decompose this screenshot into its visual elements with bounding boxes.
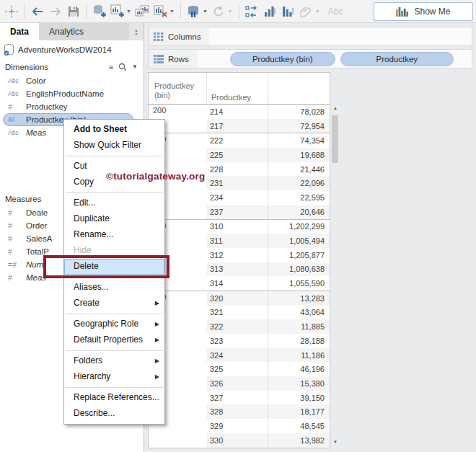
rows-icon: [154, 55, 164, 63]
watermark: ©tutorialgateway.org: [106, 171, 205, 182]
swap-rows-columns-button[interactable]: [244, 1, 260, 22]
field-color[interactable]: AbcColor: [3, 74, 133, 87]
field-productkey[interactable]: #Productkey: [3, 100, 133, 113]
field-label: Meas: [26, 128, 46, 137]
sort-ascending-button[interactable]: [262, 1, 278, 22]
productkey-cell: 330: [206, 436, 268, 445]
menu-separator: [66, 156, 163, 156]
group-members-button: [298, 1, 314, 22]
toolbar-separator: [24, 4, 25, 19]
value-cell: 1,205,877: [268, 251, 330, 260]
table-row: 32546,196: [206, 362, 330, 376]
menu-item-describe[interactable]: Describe...: [64, 406, 164, 422]
table-row: 33013,982: [206, 433, 330, 448]
value-cell: 1,080,638: [268, 265, 330, 273]
menu-item-add-to-sheet[interactable]: Add to Sheet: [64, 122, 164, 138]
table-row: 23122,096: [206, 176, 330, 190]
menu-item-folders[interactable]: Folders▶: [64, 353, 164, 369]
field-englishproductname[interactable]: AbcEnglishProductName: [3, 87, 133, 100]
scroll-thumb[interactable]: [332, 115, 338, 163]
table-row: 32013,283: [206, 291, 330, 306]
table-row: 21478,028: [206, 105, 330, 119]
show-me-button[interactable]: Show Me: [374, 2, 473, 21]
update-data-button[interactable]: [185, 1, 202, 22]
table-row: 23720,646: [206, 205, 330, 219]
clear-sheet-caret-icon[interactable]: ▼: [169, 9, 175, 14]
save-button[interactable]: [65, 1, 81, 22]
productkey-cell: 312: [206, 251, 268, 260]
menu-item-show-quick-filter[interactable]: Show Quick Filter: [64, 138, 164, 154]
number-field-icon: #: [8, 221, 26, 230]
new-worksheet-caret-icon[interactable]: ▼: [126, 9, 131, 14]
duplicate-sheet-button[interactable]: [134, 1, 151, 22]
new-data-source-button[interactable]: [91, 1, 107, 22]
menu-item-create[interactable]: Create▶: [64, 296, 164, 311]
submenu-arrow-icon: ▶: [155, 369, 159, 384]
productkey-cell: 225: [206, 151, 268, 159]
table-row: 21772,954: [206, 119, 330, 133]
productkey-cell: 228: [206, 165, 268, 174]
value-cell: 78,028: [268, 107, 330, 116]
field-label: Order: [26, 221, 47, 230]
table-row: 3131,080,638: [206, 262, 330, 277]
undo-icon: [31, 6, 44, 17]
rows-pill-productkey[interactable]: Productkey: [340, 52, 454, 66]
productkey-cell: 310: [206, 222, 268, 231]
table-row: 32211,885: [206, 319, 330, 334]
search-icon[interactable]: [118, 63, 127, 71]
menu-item-duplicate[interactable]: Duplicate: [64, 211, 164, 227]
tab-data[interactable]: Data: [0, 23, 39, 40]
columns-shelf[interactable]: Columns: [148, 27, 472, 46]
redo-button: [47, 1, 63, 22]
scroll-down-icon[interactable]: ▼: [330, 438, 340, 446]
menu-item-geographic-role[interactable]: Geographic Role▶: [64, 316, 164, 332]
bin-group: 20021478,02821772,954: [149, 105, 330, 133]
productkey-cell: 325: [206, 365, 268, 373]
menu-item-edit[interactable]: Edit...: [64, 195, 164, 211]
rows-pill-productkey-bin[interactable]: Productkey (bin): [230, 52, 335, 66]
text-table: Productkey (bin) Productkey 20021478,028…: [148, 72, 330, 448]
columns-shelf-drop-area[interactable]: [209, 27, 472, 45]
value-cell: 74,354: [268, 136, 330, 145]
refresh-button: [211, 1, 227, 22]
rows-shelf[interactable]: Rows Productkey (bin)Productkey: [148, 49, 472, 68]
menu-item-rename[interactable]: Rename...: [64, 227, 164, 243]
table-row: 32615,380: [206, 376, 330, 391]
update-data-caret-icon[interactable]: ▼: [203, 9, 208, 14]
show-mark-labels-button: Abc: [328, 6, 343, 17]
new-worksheet-button[interactable]: [109, 1, 125, 22]
table-row: 32818,177: [206, 404, 330, 419]
vertical-scrollbar[interactable]: ▲ ▼: [330, 104, 340, 446]
sort-descending-button[interactable]: [280, 1, 296, 22]
value-cell: 28,188: [268, 337, 330, 345]
productkey-cell: 314: [206, 279, 268, 288]
tab-analytics[interactable]: Analytics: [39, 23, 129, 40]
menu-separator: [66, 350, 163, 351]
datasource[interactable]: AdventureWorksDW2014: [0, 40, 144, 59]
value-cell: 39,150: [268, 394, 330, 402]
pane-splitter-icon[interactable]: ▲▼: [129, 23, 144, 40]
clear-sheet-button[interactable]: [152, 1, 169, 22]
value-cell: 43,064: [268, 308, 330, 316]
number-field-icon: #: [8, 247, 26, 256]
scroll-up-icon[interactable]: ▲: [330, 104, 340, 112]
productkey-cell: 323: [206, 337, 268, 345]
value-cell: 11,186: [268, 351, 330, 360]
menu-item-hierarchy[interactable]: Hierarchy▶: [64, 369, 164, 385]
pane-tabs: Data Analytics ▲▼: [0, 23, 144, 40]
sort-descending-icon: [282, 6, 294, 17]
menu-item-default-properties[interactable]: Default Properties▶: [64, 332, 164, 348]
toolbar-separator: [180, 4, 181, 19]
productkey-cell: 322: [206, 322, 268, 331]
submenu-arrow-icon: ▶: [155, 296, 159, 311]
undo-button[interactable]: [29, 1, 45, 22]
chevron-down-icon[interactable]: ▼: [132, 63, 138, 70]
rows-shelf-drop-area[interactable]: Productkey (bin)Productkey: [198, 50, 472, 68]
view-as-list-icon[interactable]: ≡: [109, 63, 113, 71]
histogram-bin-icon: ılıl: [8, 116, 26, 123]
value-cell: 11,885: [268, 322, 330, 331]
menu-item-replace-references[interactable]: Replace References...: [64, 390, 164, 406]
col-header-productkey: Productkey: [206, 73, 330, 104]
menu-item-aliases[interactable]: Aliases...: [64, 280, 164, 296]
value-cell: 1,005,494: [268, 236, 330, 245]
